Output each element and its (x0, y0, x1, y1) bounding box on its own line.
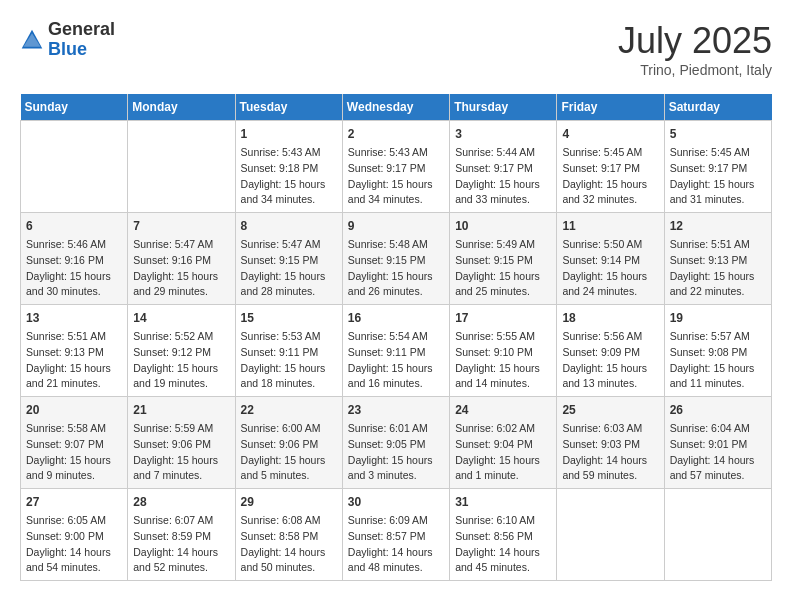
day-cell: 20Sunrise: 5:58 AMSunset: 9:07 PMDayligh… (21, 397, 128, 489)
day-number: 4 (562, 125, 658, 143)
day-number: 16 (348, 309, 444, 327)
day-info: Sunrise: 5:58 AM (26, 421, 122, 437)
day-info: Sunset: 9:16 PM (26, 253, 122, 269)
day-number: 20 (26, 401, 122, 419)
day-info: Sunrise: 5:51 AM (670, 237, 766, 253)
day-cell: 5Sunrise: 5:45 AMSunset: 9:17 PMDaylight… (664, 121, 771, 213)
day-info: Sunrise: 5:44 AM (455, 145, 551, 161)
day-info: Sunset: 8:57 PM (348, 529, 444, 545)
day-cell: 31Sunrise: 6:10 AMSunset: 8:56 PMDayligh… (450, 489, 557, 581)
day-info: Sunset: 9:17 PM (670, 161, 766, 177)
day-info: Sunset: 9:15 PM (348, 253, 444, 269)
logo-text: General Blue (48, 20, 115, 60)
day-number: 22 (241, 401, 337, 419)
day-cell: 25Sunrise: 6:03 AMSunset: 9:03 PMDayligh… (557, 397, 664, 489)
day-info: Daylight: 14 hours and 48 minutes. (348, 545, 444, 577)
week-row-1: 1Sunrise: 5:43 AMSunset: 9:18 PMDaylight… (21, 121, 772, 213)
day-info: Sunrise: 5:47 AM (133, 237, 229, 253)
header-cell-tuesday: Tuesday (235, 94, 342, 121)
week-row-5: 27Sunrise: 6:05 AMSunset: 9:00 PMDayligh… (21, 489, 772, 581)
day-info: Daylight: 15 hours and 9 minutes. (26, 453, 122, 485)
day-info: Sunrise: 5:48 AM (348, 237, 444, 253)
day-cell: 26Sunrise: 6:04 AMSunset: 9:01 PMDayligh… (664, 397, 771, 489)
day-info: Daylight: 15 hours and 13 minutes. (562, 361, 658, 393)
day-cell: 24Sunrise: 6:02 AMSunset: 9:04 PMDayligh… (450, 397, 557, 489)
day-number: 26 (670, 401, 766, 419)
day-cell: 14Sunrise: 5:52 AMSunset: 9:12 PMDayligh… (128, 305, 235, 397)
day-info: Sunrise: 5:47 AM (241, 237, 337, 253)
day-info: Sunrise: 5:43 AM (348, 145, 444, 161)
day-info: Daylight: 15 hours and 29 minutes. (133, 269, 229, 301)
day-info: Sunrise: 5:54 AM (348, 329, 444, 345)
day-cell: 4Sunrise: 5:45 AMSunset: 9:17 PMDaylight… (557, 121, 664, 213)
day-info: Sunset: 9:17 PM (455, 161, 551, 177)
day-info: Sunrise: 5:46 AM (26, 237, 122, 253)
day-info: Sunset: 9:14 PM (562, 253, 658, 269)
day-info: Daylight: 14 hours and 50 minutes. (241, 545, 337, 577)
day-cell: 23Sunrise: 6:01 AMSunset: 9:05 PMDayligh… (342, 397, 449, 489)
day-info: Daylight: 15 hours and 30 minutes. (26, 269, 122, 301)
day-info: Sunset: 9:11 PM (348, 345, 444, 361)
week-row-4: 20Sunrise: 5:58 AMSunset: 9:07 PMDayligh… (21, 397, 772, 489)
logo-icon (20, 28, 44, 52)
day-cell: 13Sunrise: 5:51 AMSunset: 9:13 PMDayligh… (21, 305, 128, 397)
day-info: Sunset: 9:07 PM (26, 437, 122, 453)
day-info: Daylight: 15 hours and 34 minutes. (348, 177, 444, 209)
day-number: 27 (26, 493, 122, 511)
day-info: Daylight: 14 hours and 59 minutes. (562, 453, 658, 485)
header-cell-saturday: Saturday (664, 94, 771, 121)
day-info: Sunrise: 6:04 AM (670, 421, 766, 437)
day-info: Sunset: 9:09 PM (562, 345, 658, 361)
day-info: Sunset: 9:04 PM (455, 437, 551, 453)
day-info: Sunset: 8:56 PM (455, 529, 551, 545)
day-cell: 12Sunrise: 5:51 AMSunset: 9:13 PMDayligh… (664, 213, 771, 305)
day-info: Sunrise: 6:05 AM (26, 513, 122, 529)
day-info: Sunrise: 5:55 AM (455, 329, 551, 345)
day-cell: 2Sunrise: 5:43 AMSunset: 9:17 PMDaylight… (342, 121, 449, 213)
header-cell-monday: Monday (128, 94, 235, 121)
day-info: Sunrise: 6:08 AM (241, 513, 337, 529)
header-cell-sunday: Sunday (21, 94, 128, 121)
day-info: Daylight: 15 hours and 32 minutes. (562, 177, 658, 209)
day-cell: 19Sunrise: 5:57 AMSunset: 9:08 PMDayligh… (664, 305, 771, 397)
day-info: Daylight: 15 hours and 18 minutes. (241, 361, 337, 393)
day-cell: 16Sunrise: 5:54 AMSunset: 9:11 PMDayligh… (342, 305, 449, 397)
day-cell: 8Sunrise: 5:47 AMSunset: 9:15 PMDaylight… (235, 213, 342, 305)
day-cell: 22Sunrise: 6:00 AMSunset: 9:06 PMDayligh… (235, 397, 342, 489)
day-info: Sunrise: 5:49 AM (455, 237, 551, 253)
calendar-table: SundayMondayTuesdayWednesdayThursdayFrid… (20, 94, 772, 581)
day-info: Sunrise: 6:10 AM (455, 513, 551, 529)
day-info: Daylight: 15 hours and 19 minutes. (133, 361, 229, 393)
day-info: Daylight: 15 hours and 34 minutes. (241, 177, 337, 209)
day-info: Sunset: 9:03 PM (562, 437, 658, 453)
day-info: Sunrise: 6:03 AM (562, 421, 658, 437)
day-info: Sunset: 8:59 PM (133, 529, 229, 545)
day-info: Sunset: 9:15 PM (455, 253, 551, 269)
day-info: Daylight: 15 hours and 22 minutes. (670, 269, 766, 301)
header-cell-friday: Friday (557, 94, 664, 121)
title-block: July 2025 Trino, Piedmont, Italy (618, 20, 772, 78)
day-info: Daylight: 15 hours and 24 minutes. (562, 269, 658, 301)
day-cell: 21Sunrise: 5:59 AMSunset: 9:06 PMDayligh… (128, 397, 235, 489)
day-info: Daylight: 15 hours and 14 minutes. (455, 361, 551, 393)
day-cell: 7Sunrise: 5:47 AMSunset: 9:16 PMDaylight… (128, 213, 235, 305)
day-info: Daylight: 15 hours and 28 minutes. (241, 269, 337, 301)
day-info: Sunset: 9:10 PM (455, 345, 551, 361)
day-info: Daylight: 15 hours and 5 minutes. (241, 453, 337, 485)
day-number: 30 (348, 493, 444, 511)
day-number: 29 (241, 493, 337, 511)
day-number: 8 (241, 217, 337, 235)
day-cell: 6Sunrise: 5:46 AMSunset: 9:16 PMDaylight… (21, 213, 128, 305)
day-info: Sunset: 9:13 PM (670, 253, 766, 269)
location: Trino, Piedmont, Italy (618, 62, 772, 78)
day-number: 2 (348, 125, 444, 143)
day-number: 5 (670, 125, 766, 143)
day-cell: 15Sunrise: 5:53 AMSunset: 9:11 PMDayligh… (235, 305, 342, 397)
day-info: Sunset: 9:18 PM (241, 161, 337, 177)
day-info: Sunrise: 5:45 AM (562, 145, 658, 161)
day-cell: 9Sunrise: 5:48 AMSunset: 9:15 PMDaylight… (342, 213, 449, 305)
day-info: Sunset: 9:06 PM (133, 437, 229, 453)
week-row-3: 13Sunrise: 5:51 AMSunset: 9:13 PMDayligh… (21, 305, 772, 397)
day-info: Sunset: 9:12 PM (133, 345, 229, 361)
day-info: Sunrise: 6:02 AM (455, 421, 551, 437)
